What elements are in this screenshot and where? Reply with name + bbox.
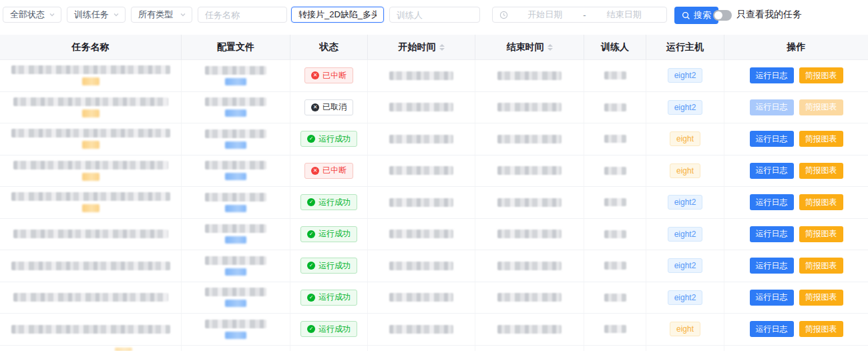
end-time-cell — [475, 123, 584, 155]
sort-icon[interactable] — [439, 44, 445, 51]
status-label: 已中断 — [322, 70, 347, 81]
end-date-placeholder[interactable]: 结束日期 — [589, 9, 660, 21]
status-badge: ✓运行成功 — [300, 194, 357, 210]
start-time-cell — [368, 282, 475, 314]
table-row: ✕已取消eight2运行日志简报图表 — [0, 92, 868, 124]
start-date-placeholder[interactable]: 开始日期 — [509, 9, 580, 21]
redacted-config-name — [205, 97, 266, 106]
empty-cell — [646, 346, 724, 351]
search-button-label: 搜索 — [694, 9, 711, 21]
report-chart-button[interactable]: 简报图表 — [799, 290, 843, 306]
check-circle-icon: ✓ — [307, 294, 315, 302]
redacted-start-time — [389, 262, 453, 270]
redacted-start-time — [389, 166, 453, 175]
actions-cell: 运行日志简报图表 — [724, 314, 868, 345]
check-circle-icon: ✓ — [307, 230, 315, 238]
run-log-button[interactable]: 运行日志 — [750, 163, 794, 179]
model-search-input[interactable] — [298, 10, 377, 20]
trainer-input[interactable] — [397, 10, 473, 20]
check-circle-icon: ✓ — [307, 262, 315, 270]
trainer-cell — [584, 60, 646, 91]
task-name-cell — [0, 60, 182, 91]
config-file-cell — [182, 282, 290, 314]
report-chart-button[interactable]: 简报图表 — [799, 163, 843, 179]
status-badge: ✕已取消 — [304, 99, 353, 115]
run-log-button[interactable]: 运行日志 — [750, 258, 794, 274]
report-chart-button[interactable]: 简报图表 — [799, 258, 843, 274]
run-log-button[interactable]: 运行日志 — [750, 290, 794, 306]
task-name-input[interactable] — [205, 10, 280, 20]
task-name-cell — [0, 219, 182, 250]
column-header-label: 训练人 — [601, 41, 629, 53]
start-time-cell — [368, 250, 475, 282]
x-circle-icon: ✕ — [311, 167, 319, 175]
run-log-button[interactable]: 运行日志 — [750, 194, 794, 210]
config-file-cell — [182, 250, 290, 282]
redacted-config-link — [225, 332, 246, 339]
empty-cell — [584, 346, 646, 351]
report-chart-button[interactable]: 简报图表 — [799, 321, 843, 337]
redacted-start-time — [389, 198, 453, 207]
start-time-cell — [368, 155, 475, 187]
report-chart-button[interactable]: 简报图表 — [799, 67, 843, 83]
report-chart-button[interactable]: 简报图表 — [799, 194, 843, 210]
table-row: ✕已中断eight运行日志简报图表 — [0, 155, 868, 188]
redacted-start-time — [389, 103, 453, 111]
redacted-config-name — [205, 224, 266, 233]
my-tasks-toggle[interactable] — [713, 10, 732, 21]
status-cell: ✓运行成功 — [290, 282, 368, 314]
chevron-down-icon — [180, 11, 186, 18]
status-filter-select[interactable]: 全部状态 — [3, 7, 61, 23]
redacted-start-time — [389, 325, 453, 334]
redacted-config-link — [225, 141, 246, 149]
actions-cell: 运行日志简报图表 — [724, 282, 868, 314]
trainer-cell — [584, 250, 646, 282]
column-header-end-time[interactable]: 结束时间 — [475, 35, 584, 59]
clock-icon — [499, 11, 508, 19]
redacted-end-time — [497, 325, 562, 334]
host-badge: eight2 — [668, 290, 703, 305]
report-chart-button[interactable]: 简报图表 — [799, 226, 843, 242]
column-header-status: 状态 — [290, 35, 368, 59]
redacted-task-name — [13, 230, 168, 238]
end-time-cell — [475, 60, 584, 91]
run-log-button[interactable]: 运行日志 — [750, 321, 794, 337]
redacted-task-tag — [82, 109, 99, 117]
date-separator: - — [580, 10, 588, 20]
date-range-picker[interactable]: 开始日期 - 结束日期 — [492, 7, 667, 23]
column-header-label: 操作 — [787, 41, 806, 53]
column-header-label: 状态 — [320, 41, 339, 53]
status-badge: ✕已中断 — [304, 67, 353, 83]
start-time-cell — [368, 123, 475, 155]
host-badge: eight — [670, 322, 700, 336]
redacted-trainer — [604, 262, 626, 270]
redacted-task-name — [11, 262, 170, 270]
chevron-down-icon — [113, 11, 120, 18]
check-circle-icon: ✓ — [307, 135, 315, 143]
redacted-task-tag — [82, 77, 99, 85]
config-file-cell — [182, 187, 290, 218]
redacted-end-time — [497, 293, 562, 302]
category-filter-value: 所有类型 — [138, 9, 173, 21]
redacted-start-time — [389, 71, 453, 80]
run-log-button[interactable]: 运行日志 — [750, 226, 794, 242]
redacted-config-name — [205, 66, 266, 75]
task-type-filter-select[interactable]: 训练任务 — [67, 7, 126, 23]
status-cell: ✕已中断 — [290, 155, 368, 187]
search-button[interactable]: 搜索 — [674, 7, 718, 24]
column-header-label: 开始时间 — [399, 41, 436, 53]
sort-icon[interactable] — [548, 44, 553, 51]
status-label: 运行成功 — [318, 228, 351, 240]
host-badge: eight — [670, 131, 700, 146]
status-label: 运行成功 — [318, 197, 351, 208]
report-chart-button[interactable]: 简报图表 — [799, 131, 843, 147]
status-cell: ✕已中断 — [290, 60, 368, 91]
run-log-button[interactable]: 运行日志 — [750, 131, 794, 147]
table-row: ✓运行成功eight2运行日志简报图表 — [0, 187, 868, 219]
column-header-start-time[interactable]: 开始时间 — [368, 35, 475, 59]
redacted-trainer — [604, 71, 626, 79]
category-filter-select[interactable]: 所有类型 — [131, 7, 192, 23]
redacted-config-name — [205, 320, 266, 328]
run-log-button[interactable]: 运行日志 — [750, 67, 794, 83]
actions-cell: 运行日志简报图表 — [724, 155, 868, 187]
